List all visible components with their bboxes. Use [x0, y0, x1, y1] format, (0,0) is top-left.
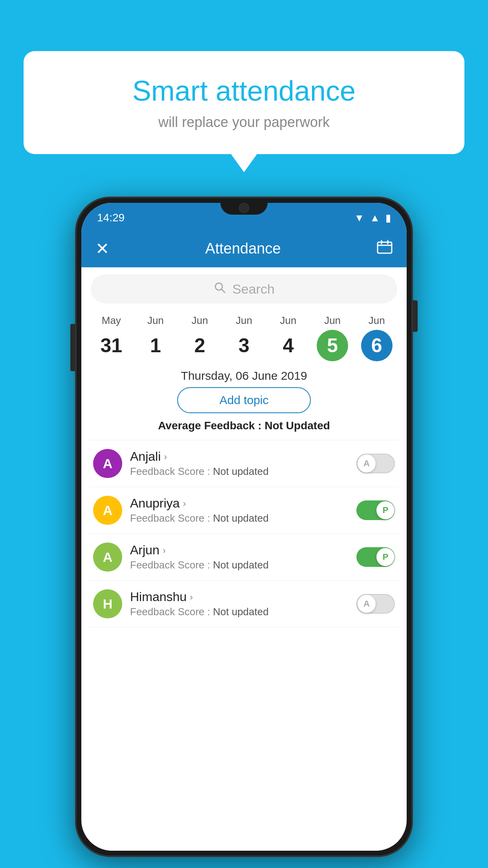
avg-feedback: Average Feedback : Not Updated	[81, 419, 407, 432]
date-col-jun5[interactable]: Jun 5	[317, 314, 348, 361]
attendance-toggle-anupriya[interactable]: P	[356, 500, 395, 520]
bubble-subtitle: will replace your paperwork	[55, 114, 433, 131]
attendance-toggle-arjun[interactable]: P	[356, 547, 395, 567]
feedback-score-arjun: Feedback Score : Not updated	[130, 559, 349, 571]
student-info-arjun: Arjun › Feedback Score : Not updated	[130, 543, 349, 571]
front-camera	[239, 203, 249, 213]
search-bar[interactable]: Search	[91, 274, 397, 303]
student-info-anupriya: Anupriya › Feedback Score : Not updated	[130, 496, 349, 524]
avg-feedback-value: Not Updated	[264, 419, 330, 432]
bubble-title: Smart attendance	[55, 75, 433, 107]
avg-feedback-label: Average Feedback :	[158, 419, 264, 432]
chevron-right-icon: ›	[163, 545, 166, 556]
toggle-wrapper-anupriya[interactable]: P	[356, 500, 395, 520]
feedback-score-anupriya: Feedback Score : Not updated	[130, 512, 349, 524]
chevron-right-icon: ›	[183, 498, 186, 509]
status-icons: ▼ ▲ ▮	[354, 212, 391, 224]
student-info-anjali: Anjali › Feedback Score : Not updated	[130, 449, 349, 478]
student-list: A Anjali › Feedback Score : Not updated …	[81, 440, 407, 627]
avatar-arjun: A	[93, 542, 122, 572]
avatar-anjali: A	[93, 449, 122, 478]
notch	[220, 198, 268, 215]
student-info-himanshu: Himanshu › Feedback Score : Not updated	[130, 590, 349, 618]
status-time: 14:29	[97, 211, 125, 224]
student-item-anjali[interactable]: A Anjali › Feedback Score : Not updated …	[89, 440, 399, 487]
avatar-anupriya: A	[93, 496, 122, 525]
feedback-score-anjali: Feedback Score : Not updated	[130, 465, 349, 478]
screen-content: Search May 31 Jun 1 Jun 2	[81, 267, 407, 851]
toggle-knob-anjali: A	[358, 454, 376, 473]
svg-line-5	[222, 289, 225, 292]
svg-rect-0	[378, 242, 392, 253]
chevron-right-icon: ›	[164, 451, 167, 462]
app-title: Attendance	[205, 240, 281, 257]
student-name-anupriya: Anupriya ›	[130, 496, 349, 511]
date-col-jun3[interactable]: Jun 3	[228, 314, 260, 361]
phone-wrapper: 14:29 ▼ ▲ ▮ ✕ Attendance	[75, 197, 413, 857]
close-button[interactable]: ✕	[95, 239, 109, 258]
toggle-wrapper-anjali[interactable]: A	[356, 454, 395, 473]
feedback-score-himanshu: Feedback Score : Not updated	[130, 606, 349, 618]
screen: 14:29 ▼ ▲ ▮ ✕ Attendance	[81, 203, 407, 851]
student-name-anjali: Anjali ›	[130, 449, 349, 464]
student-name-arjun: Arjun ›	[130, 543, 349, 557]
attendance-toggle-himanshu[interactable]: A	[356, 594, 395, 614]
date-col-jun1[interactable]: Jun 1	[140, 314, 171, 361]
date-col-jun6[interactable]: Jun 6	[361, 314, 393, 361]
speech-bubble: Smart attendance will replace your paper…	[24, 51, 464, 154]
add-topic-button[interactable]: Add topic	[177, 387, 311, 413]
toggle-wrapper-arjun[interactable]: P	[356, 547, 395, 567]
phone-outer: 14:29 ▼ ▲ ▮ ✕ Attendance	[75, 197, 413, 857]
date-selector: May 31 Jun 1 Jun 2 Jun 3	[81, 311, 407, 361]
battery-icon: ▮	[385, 212, 391, 224]
toggle-knob-himanshu: A	[358, 595, 376, 613]
toggle-wrapper-himanshu[interactable]: A	[356, 594, 395, 614]
student-item-arjun[interactable]: A Arjun › Feedback Score : Not updated P	[89, 534, 399, 581]
search-icon	[213, 281, 226, 297]
attendance-toggle-anjali[interactable]: A	[356, 454, 395, 473]
chevron-right-icon: ›	[190, 592, 193, 603]
signal-icon: ▲	[370, 212, 380, 224]
toggle-knob-anupriya: P	[376, 501, 394, 519]
wifi-icon: ▼	[354, 212, 365, 224]
date-col-jun2[interactable]: Jun 2	[184, 314, 215, 361]
speech-bubble-wrapper: Smart attendance will replace your paper…	[24, 51, 464, 154]
toggle-knob-arjun: P	[376, 548, 394, 566]
student-item-himanshu[interactable]: H Himanshu › Feedback Score : Not update…	[89, 581, 399, 627]
date-col-may31[interactable]: May 31	[95, 314, 127, 361]
avatar-himanshu: H	[93, 589, 122, 618]
app-header: ✕ Attendance	[81, 230, 407, 267]
student-name-himanshu: Himanshu ›	[130, 590, 349, 604]
search-placeholder: Search	[232, 281, 275, 297]
selected-date: Thursday, 06 June 2019	[81, 369, 407, 383]
date-col-jun4[interactable]: Jun 4	[273, 314, 304, 361]
calendar-icon[interactable]	[377, 240, 393, 257]
student-item-anupriya[interactable]: A Anupriya › Feedback Score : Not update…	[89, 487, 399, 534]
